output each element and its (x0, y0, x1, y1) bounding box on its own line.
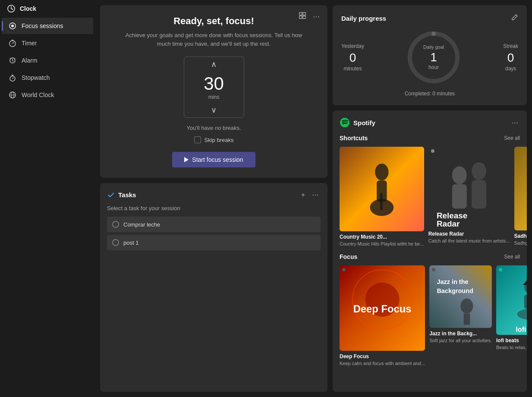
radar-thumb: Release Radar (428, 147, 510, 228)
daily-progress-title: Daily progress (341, 15, 511, 22)
focus-subtitle: Achieve your goals and get more done wit… (123, 31, 305, 48)
music-item-jazz[interactable]: Jazz in the Background Jazz in the Backg… (429, 265, 492, 366)
edit-goal-button[interactable] (511, 14, 518, 22)
spotify-header: Spotify ⋯ (340, 117, 520, 128)
lofi-visual: lofi beats (496, 265, 527, 335)
lofi-title: lofi beats (496, 337, 527, 343)
svg-point-4 (11, 25, 14, 27)
skip-breaks-row: Skip breaks (194, 136, 234, 143)
svg-rect-49 (429, 265, 492, 328)
app-title: Clock (0, 0, 95, 17)
task-radio-2[interactable] (112, 239, 119, 246)
focus-card-actions: ⋯ (297, 11, 321, 22)
svg-text:Deep Focus: Deep Focus (353, 303, 412, 315)
yesterday-stat: Yesterday 0 minutes (341, 43, 364, 72)
country-title: Country Music 20... (340, 234, 424, 240)
ring-main-unit: hour (423, 64, 444, 70)
jazz-badge (432, 268, 435, 271)
lofi-badge (499, 268, 502, 271)
tasks-card: Tasks + ⋯ Select a task for your session… (100, 183, 327, 392)
svg-point-52 (461, 298, 473, 313)
svg-point-33 (452, 166, 466, 184)
streak-value: 0 (503, 51, 518, 65)
lofi-thumb: lofi beats (496, 265, 527, 335)
timer-icon (9, 39, 16, 47)
sadhguru-thumb (514, 147, 527, 230)
country-silhouette (340, 147, 424, 231)
sidebar-item-alarm[interactable]: Alarm (2, 52, 93, 69)
svg-rect-20 (299, 13, 302, 15)
music-item-sadhguru[interactable]: Sadhguru Sadhguru, founder of Isha Found… (514, 147, 527, 246)
more-options-button[interactable]: ⋯ (311, 12, 321, 22)
svg-rect-21 (303, 13, 305, 15)
jazz-desc: Soft jazz for all your activities. (429, 338, 492, 343)
completed-text: Completed: 0 minutes (341, 91, 518, 97)
left-panel: ⋯ Ready, set, focus! Achieve your goals … (100, 5, 327, 392)
sidebar-item-focus-sessions[interactable]: Focus sessions (2, 18, 93, 34)
daily-progress-card: Daily progress Yesterday 0 minutes (333, 5, 527, 105)
radar-desc: Catch all the latest music from artists.… (428, 238, 510, 243)
yesterday-unit: minutes (341, 66, 364, 72)
svg-rect-23 (303, 16, 305, 19)
radar-title: Release Radar (428, 231, 510, 237)
tasks-more-button[interactable]: ⋯ (310, 190, 321, 200)
svg-rect-36 (472, 180, 486, 208)
lofi-desc: Beats to relax, study, and focus... (496, 345, 527, 350)
main-content: ⋯ Ready, set, focus! Achieve your goals … (95, 0, 532, 397)
country-desc: Country Music Hits Playlist witht he be.… (340, 241, 424, 246)
right-panel: Daily progress Yesterday 0 minutes (333, 5, 527, 392)
svg-text:Background: Background (437, 287, 473, 294)
country-thumb (340, 147, 424, 231)
svg-rect-53 (464, 313, 470, 325)
music-item-country[interactable]: Country Music 20... Country Music Hits P… (340, 147, 424, 246)
task-radio-1[interactable] (112, 221, 119, 228)
add-task-button[interactable]: + (299, 190, 307, 200)
see-all-shortcuts-button[interactable]: See all (504, 135, 520, 141)
focus-session-card: ⋯ Ready, set, focus! Achieve your goals … (100, 5, 327, 178)
sidebar-item-stopwatch[interactable]: Stopwatch (2, 69, 93, 86)
svg-rect-56 (524, 295, 527, 309)
clock-icon (7, 4, 16, 13)
streak-label: Streak (503, 43, 518, 49)
skip-breaks-checkbox[interactable] (194, 136, 201, 143)
shortcuts-label: Shortcuts (340, 135, 504, 142)
deep-focus-visual: Deep Focus (340, 265, 425, 351)
jazz-title: Jazz in the Backg... (429, 331, 492, 337)
tasks-title: Tasks (118, 191, 296, 198)
svg-text:Jazz in the: Jazz in the (437, 278, 469, 285)
svg-text:Radar: Radar (437, 219, 460, 228)
music-item-radar[interactable]: Release Radar Release Radar Catch all th… (428, 147, 510, 246)
focus-grid: Deep Focus Deep Focus Keep calm and focu… (340, 265, 520, 366)
time-value: 30 (204, 72, 224, 94)
progress-ring: Daily goal 1 hour (406, 29, 462, 85)
sidebar-item-timer[interactable]: Timer (2, 35, 93, 51)
start-button-label: Start focus session (192, 156, 243, 163)
deep-focus-desc: Keep calm and focus with ambient and... (340, 361, 425, 366)
yesterday-label: Yesterday (341, 43, 364, 49)
deep-focus-badge (342, 268, 346, 271)
sadhguru-title: Sadhguru (514, 233, 527, 239)
svg-text:Release: Release (437, 211, 467, 220)
start-focus-button[interactable]: Start focus session (172, 152, 255, 167)
music-item-lofi[interactable]: lofi beats lofi beats Beats to relax, st… (496, 265, 527, 366)
tasks-icon (107, 191, 115, 199)
ring-center: Daily goal 1 hour (423, 44, 444, 70)
focus-title: Ready, set, focus! (173, 16, 254, 27)
time-decrement-button[interactable]: ∨ (184, 103, 244, 117)
progress-content: Yesterday 0 minutes Daily goal 1 hour (341, 29, 518, 85)
jazz-thumb: Jazz in the Background (429, 265, 492, 328)
spotify-more-button[interactable]: ⋯ (510, 118, 520, 128)
spotify-card: Spotify ⋯ Shortcuts See all (333, 110, 527, 392)
spotify-logo-icon (340, 117, 350, 128)
see-all-focus-button[interactable]: See all (504, 254, 520, 260)
music-item-deep-focus[interactable]: Deep Focus Deep Focus Keep calm and focu… (340, 265, 425, 366)
stopwatch-icon (9, 74, 16, 82)
radar-people: Release Radar (428, 147, 510, 228)
task-text-2: post 1 (123, 239, 139, 246)
expand-button[interactable] (297, 11, 308, 22)
task-item[interactable]: post 1 (107, 235, 321, 250)
task-item[interactable]: Comprar leche (107, 217, 321, 232)
time-stepper: ∧ 30 mins ∨ (184, 57, 244, 118)
time-increment-button[interactable]: ∧ (184, 57, 244, 72)
sidebar-item-world-clock[interactable]: World Clock (2, 87, 93, 103)
